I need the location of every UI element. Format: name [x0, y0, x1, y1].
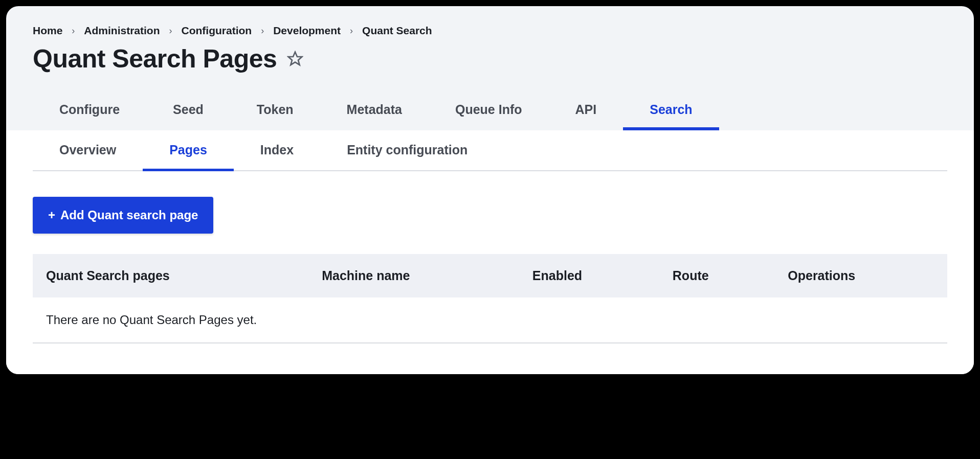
tab-api[interactable]: API — [549, 92, 623, 130]
breadcrumb: Home › Administration › Configuration › … — [33, 25, 947, 37]
add-button-label: Add Quant search page — [60, 208, 198, 222]
tab-metadata[interactable]: Metadata — [320, 92, 429, 130]
table-empty-row: There are no Quant Search Pages yet. — [33, 297, 947, 343]
table-header-enabled: Enabled — [519, 254, 659, 297]
add-quant-search-page-button[interactable]: + Add Quant search page — [33, 197, 213, 234]
primary-tabs: Configure Seed Token Metadata Queue Info… — [6, 92, 974, 130]
plus-icon: + — [48, 208, 55, 222]
tab-search[interactable]: Search — [623, 92, 719, 130]
breadcrumb-item-configuration[interactable]: Configuration — [182, 25, 252, 37]
table-header-operations: Operations — [774, 254, 947, 297]
content-area: Overview Pages Index Entity configuratio… — [6, 130, 974, 374]
action-row: + Add Quant search page — [33, 171, 947, 254]
breadcrumb-item-quant-search[interactable]: Quant Search — [362, 25, 432, 37]
chevron-right-icon: › — [169, 26, 172, 36]
tab-token[interactable]: Token — [230, 92, 320, 130]
app-window: Home › Administration › Configuration › … — [6, 6, 974, 374]
breadcrumb-item-home[interactable]: Home — [33, 25, 62, 37]
subtab-index[interactable]: Index — [234, 130, 320, 171]
table-header-route: Route — [659, 254, 774, 297]
table-header-machine-name: Machine name — [308, 254, 519, 297]
star-icon[interactable] — [287, 51, 303, 67]
subtab-overview[interactable]: Overview — [33, 130, 143, 171]
empty-message: There are no Quant Search Pages yet. — [46, 313, 257, 327]
table-header-row: Quant Search pages Machine name Enabled … — [33, 254, 947, 297]
header-section: Home › Administration › Configuration › … — [6, 6, 974, 74]
tab-configure[interactable]: Configure — [33, 92, 146, 130]
tab-seed[interactable]: Seed — [146, 92, 230, 130]
tab-queue-info[interactable]: Queue Info — [429, 92, 549, 130]
subtab-pages[interactable]: Pages — [143, 130, 234, 171]
chevron-right-icon: › — [261, 26, 264, 36]
subtab-entity-configuration[interactable]: Entity configuration — [320, 130, 494, 171]
svg-marker-0 — [288, 52, 302, 65]
breadcrumb-item-administration[interactable]: Administration — [84, 25, 160, 37]
chevron-right-icon: › — [350, 26, 353, 36]
search-pages-table: Quant Search pages Machine name Enabled … — [33, 254, 947, 343]
chevron-right-icon: › — [72, 26, 75, 36]
breadcrumb-item-development[interactable]: Development — [273, 25, 341, 37]
table-header-pages: Quant Search pages — [33, 254, 308, 297]
page-title-row: Quant Search Pages — [33, 44, 947, 74]
page-title: Quant Search Pages — [33, 44, 277, 74]
secondary-tabs: Overview Pages Index Entity configuratio… — [33, 130, 947, 171]
